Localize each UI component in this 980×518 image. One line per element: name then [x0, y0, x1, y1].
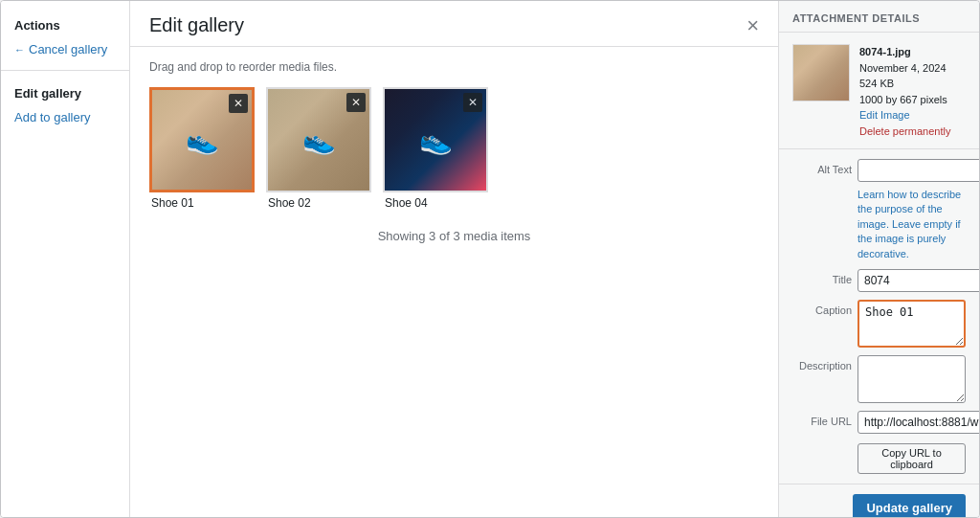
alt-text-label: Alt Text — [792, 159, 852, 175]
attachment-date: November 4, 2024 — [859, 60, 950, 77]
page-title: Edit gallery — [149, 14, 244, 36]
attachment-filename: 8074-1.jpg — [859, 44, 950, 60]
attachment-meta: 8074-1.jpg November 4, 2024 524 KB 1000 … — [859, 44, 950, 139]
remove-shoe-01-button[interactable]: ✕ — [229, 94, 248, 113]
cancel-gallery-link[interactable]: ← Cancel gallery — [1, 38, 129, 60]
modal-header: Edit gallery × — [130, 1, 778, 47]
gallery-item-img-wrapper: 👟 ✕ — [149, 87, 255, 192]
close-button[interactable]: × — [746, 15, 759, 36]
file-url-label: File URL — [792, 411, 852, 427]
file-url-input[interactable] — [858, 411, 979, 434]
add-to-gallery-label: Add to gallery — [14, 110, 91, 124]
description-input[interactable] — [858, 355, 966, 403]
gallery-item-img-wrapper: 👟 ✕ — [383, 87, 488, 192]
title-field-row: Title — [792, 269, 966, 292]
alt-text-learn-text[interactable]: Learn how to describe the purpose of the… — [858, 188, 966, 261]
gallery-item-img-wrapper: 👟 ✕ — [266, 87, 371, 192]
delete-permanently-link[interactable]: Delete permanently — [859, 125, 950, 137]
sidebar-divider — [1, 70, 129, 71]
panel-footer: Update gallery — [779, 484, 979, 517]
drag-hint: Drag and drop to reorder media files. — [149, 60, 759, 74]
gallery-item-shoe-01[interactable]: 👟 ✕ Shoe 01 — [149, 87, 255, 210]
edit-image-link[interactable]: Edit Image — [859, 109, 910, 121]
description-field-row: Description — [792, 355, 966, 403]
alt-text-input[interactable] — [858, 159, 979, 182]
caption-field-row: Caption Shoe 01 — [792, 300, 966, 348]
title-input[interactable] — [858, 269, 979, 292]
description-label: Description — [792, 355, 852, 372]
remove-shoe-04-button[interactable]: ✕ — [463, 93, 482, 112]
sidebar: Actions ← Cancel gallery Edit gallery Ad… — [1, 1, 130, 517]
main-content: Edit gallery × Drag and drop to reorder … — [130, 1, 778, 517]
attachment-fields: Alt Text Learn how to describe the purpo… — [779, 149, 979, 484]
attachment-thumbnail — [792, 44, 850, 101]
gallery-item-shoe-01-label: Shoe 01 — [149, 192, 255, 210]
gallery-item-shoe-02[interactable]: 👟 ✕ Shoe 02 — [266, 87, 371, 210]
actions-label: Actions — [1, 12, 129, 38]
gallery-item-shoe-04-label: Shoe 04 — [383, 192, 488, 210]
file-url-field-row: File URL — [792, 411, 966, 434]
edit-gallery-label: Edit gallery — [1, 80, 129, 106]
add-to-gallery-link[interactable]: Add to gallery — [1, 106, 129, 128]
modal-body: Drag and drop to reorder media files. 👟 … — [130, 47, 778, 517]
back-arrow-icon: ← — [14, 44, 25, 56]
caption-input[interactable]: Shoe 01 — [858, 300, 966, 348]
showing-count: Showing 3 of 3 media items — [149, 229, 759, 243]
gallery-item-shoe-02-label: Shoe 02 — [266, 192, 371, 210]
gallery-grid: 👟 ✕ Shoe 01 👟 ✕ Shoe 02 👟 — [149, 87, 759, 210]
alt-text-field-row: Alt Text — [792, 159, 966, 182]
copy-url-button[interactable]: Copy URL to clipboard — [858, 443, 966, 474]
update-gallery-button[interactable]: Update gallery — [853, 494, 966, 517]
attachment-panel-title: ATTACHMENT DETAILS — [779, 1, 979, 33]
attachment-info: 8074-1.jpg November 4, 2024 524 KB 1000 … — [779, 33, 979, 149]
title-label: Title — [792, 269, 852, 285]
attachment-size: 524 KB — [859, 76, 950, 92]
attachment-panel: ATTACHMENT DETAILS 8074-1.jpg November 4… — [778, 1, 979, 517]
caption-label: Caption — [792, 300, 852, 316]
gallery-item-shoe-04[interactable]: 👟 ✕ Shoe 04 — [383, 87, 488, 210]
attachment-dimensions: 1000 by 667 pixels — [859, 92, 950, 108]
cancel-gallery-label: Cancel gallery — [29, 42, 107, 56]
modal-wrapper: Actions ← Cancel gallery Edit gallery Ad… — [0, 0, 980, 518]
remove-shoe-02-button[interactable]: ✕ — [346, 93, 366, 112]
